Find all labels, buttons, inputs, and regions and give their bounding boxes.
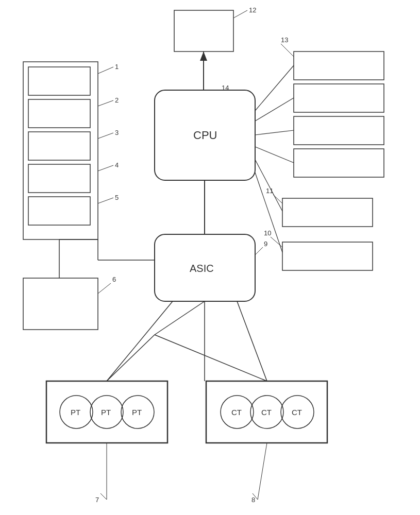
label-5: 5 — [115, 194, 119, 201]
asic-label: ASIC — [190, 263, 214, 274]
svg-rect-18 — [294, 116, 384, 145]
svg-line-23 — [255, 130, 294, 135]
svg-marker-15 — [200, 52, 207, 61]
label-1: 1 — [115, 63, 119, 71]
ct2-label: CT — [261, 408, 272, 417]
svg-line-56 — [258, 443, 267, 500]
label-10: 10 — [264, 229, 271, 237]
svg-line-29 — [271, 237, 282, 247]
svg-rect-3 — [28, 132, 90, 160]
svg-line-10 — [98, 198, 113, 203]
ct1-label: CT — [231, 408, 242, 417]
label-3: 3 — [115, 129, 119, 136]
svg-line-20 — [281, 44, 294, 57]
architecture-svg: 1 2 3 4 5 12 CPU 14 13 11 10 — [0, 0, 420, 515]
svg-line-33 — [255, 247, 263, 255]
svg-line-21 — [255, 65, 294, 111]
pt2-label: PT — [101, 408, 111, 417]
svg-line-8 — [98, 133, 113, 139]
svg-line-22 — [255, 98, 294, 121]
cpu-label: CPU — [193, 129, 217, 142]
svg-line-30 — [255, 173, 282, 252]
svg-rect-11 — [174, 10, 233, 52]
svg-line-9 — [98, 165, 113, 171]
svg-line-50 — [237, 301, 267, 381]
svg-rect-4 — [28, 164, 90, 193]
svg-line-6 — [98, 67, 113, 74]
svg-rect-17 — [294, 84, 384, 112]
diagram: 1 2 3 4 5 12 CPU 14 13 11 10 — [0, 0, 420, 515]
svg-rect-19 — [294, 149, 384, 177]
svg-rect-25 — [282, 198, 373, 227]
svg-line-24 — [255, 147, 294, 163]
svg-rect-1 — [28, 67, 90, 95]
svg-line-52 — [155, 335, 267, 381]
label-11: 11 — [266, 187, 273, 195]
svg-line-7 — [98, 100, 113, 106]
svg-line-12 — [233, 10, 247, 18]
label-6: 6 — [112, 276, 116, 283]
label-8: 8 — [251, 496, 255, 504]
label-12: 12 — [249, 6, 256, 14]
label-4: 4 — [115, 161, 119, 169]
svg-line-48 — [107, 301, 173, 381]
svg-line-35 — [98, 283, 111, 294]
label-13: 13 — [281, 36, 288, 44]
ct3-label: CT — [292, 408, 302, 417]
svg-line-55 — [100, 493, 107, 500]
label-2: 2 — [115, 96, 119, 104]
pt3-label: PT — [132, 408, 142, 417]
svg-line-53 — [155, 301, 205, 335]
svg-rect-2 — [28, 99, 90, 128]
svg-line-51 — [107, 335, 155, 381]
pt1-label: PT — [71, 408, 80, 417]
svg-rect-0 — [23, 62, 98, 239]
svg-rect-28 — [282, 242, 373, 270]
svg-rect-5 — [28, 197, 90, 225]
label-14: 14 — [222, 84, 229, 92]
label-9: 9 — [264, 240, 267, 248]
svg-rect-34 — [23, 278, 98, 330]
svg-rect-16 — [294, 52, 384, 80]
label-7: 7 — [95, 496, 99, 504]
